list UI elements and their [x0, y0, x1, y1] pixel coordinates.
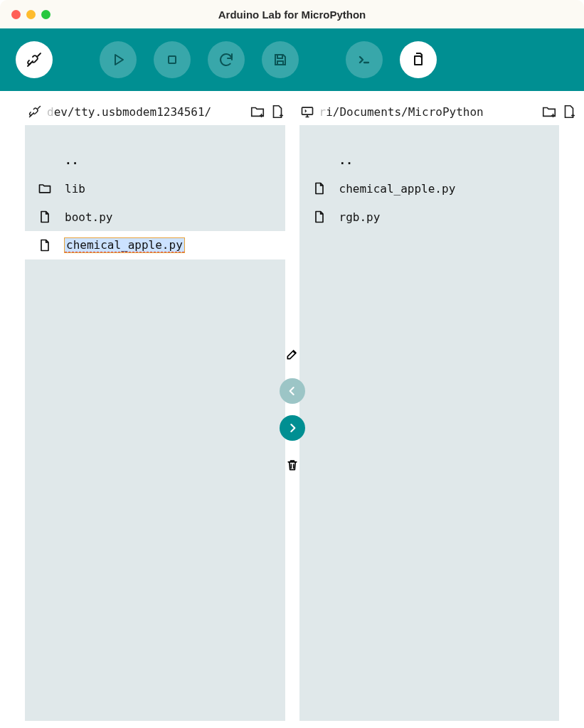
file-icon — [312, 181, 326, 196]
list-item[interactable]: .. — [299, 146, 560, 174]
minimize-window-button[interactable] — [26, 10, 36, 19]
list-item[interactable]: rgb.py — [299, 203, 560, 231]
device-panel-header: dev/tty.usbmodem1234561/ — [0, 104, 292, 125]
reload-icon — [218, 51, 235, 68]
file-name: chemical_apple.py — [339, 182, 456, 196]
main: dev/tty.usbmodem1234561/ ..libboot.pyche… — [0, 91, 584, 728]
close-window-button[interactable] — [11, 10, 21, 19]
maximize-window-button[interactable] — [41, 10, 51, 19]
device-new-folder-button[interactable] — [250, 104, 265, 119]
computer-file-list: ..chemical_apple.pyrgb.py — [299, 125, 560, 721]
device-new-file-button[interactable] — [270, 104, 285, 119]
play-icon — [110, 51, 127, 68]
computer-new-folder-button[interactable] — [541, 104, 557, 119]
window-controls — [11, 10, 51, 19]
delete-button[interactable] — [280, 452, 305, 478]
files-button[interactable] — [400, 41, 437, 78]
list-item[interactable]: chemical_apple.py — [25, 231, 285, 259]
device-file-list: ..libboot.pychemical_apple.py — [25, 125, 285, 721]
file-name: boot.py — [65, 210, 112, 224]
file-name: .. — [339, 154, 353, 167]
file-icon — [312, 210, 326, 224]
reload-button[interactable] — [208, 41, 245, 78]
new-folder-icon — [541, 104, 557, 119]
trash-icon — [285, 458, 299, 472]
stop-button[interactable] — [154, 41, 191, 78]
copy-to-computer-button[interactable] — [280, 415, 305, 441]
connect-button[interactable] — [16, 41, 53, 78]
computer-new-file-button[interactable] — [561, 104, 577, 119]
file-name: .. — [65, 154, 78, 167]
list-item[interactable]: lib — [25, 174, 285, 203]
file-icon — [38, 210, 52, 224]
window-title: Arduino Lab for MicroPython — [0, 9, 584, 21]
computer-path: ri/Documents/MicroPython — [319, 105, 538, 119]
copy-to-device-button[interactable] — [280, 378, 305, 404]
terminal-button[interactable] — [346, 41, 383, 78]
list-item[interactable]: .. — [25, 146, 285, 174]
edit-icon — [285, 347, 299, 361]
file-name: rgb.py — [339, 210, 381, 224]
device-panel: dev/tty.usbmodem1234561/ ..libboot.pyche… — [0, 104, 292, 728]
transfer-controls — [280, 341, 305, 478]
chevron-right-icon — [285, 421, 299, 435]
folder-icon — [38, 181, 52, 196]
device-path: dev/tty.usbmodem1234561/ — [47, 105, 245, 119]
computer-panel-header: ri/Documents/MicroPython — [292, 104, 585, 125]
files-icon — [410, 51, 427, 68]
edit-button[interactable] — [280, 341, 305, 367]
toolbar — [0, 28, 584, 91]
save-icon — [272, 51, 289, 68]
new-file-icon — [561, 104, 577, 119]
device-icon — [27, 104, 43, 119]
file-name: lib — [65, 182, 85, 196]
chevron-left-icon — [285, 384, 299, 398]
list-item[interactable]: chemical_apple.py — [299, 174, 560, 203]
computer-panel: ri/Documents/MicroPython ..chemical_appl… — [292, 104, 585, 728]
titlebar: Arduino Lab for MicroPython — [0, 0, 584, 28]
new-folder-icon — [250, 104, 265, 119]
computer-icon — [299, 104, 315, 119]
file-name: chemical_apple.py — [65, 238, 184, 252]
file-icon — [38, 238, 52, 252]
terminal-icon — [356, 51, 373, 68]
list-item[interactable]: boot.py — [25, 203, 285, 231]
connect-icon — [26, 51, 43, 68]
stop-icon — [164, 51, 181, 68]
save-button[interactable] — [262, 41, 299, 78]
run-button[interactable] — [100, 41, 137, 78]
new-file-icon — [270, 104, 285, 119]
